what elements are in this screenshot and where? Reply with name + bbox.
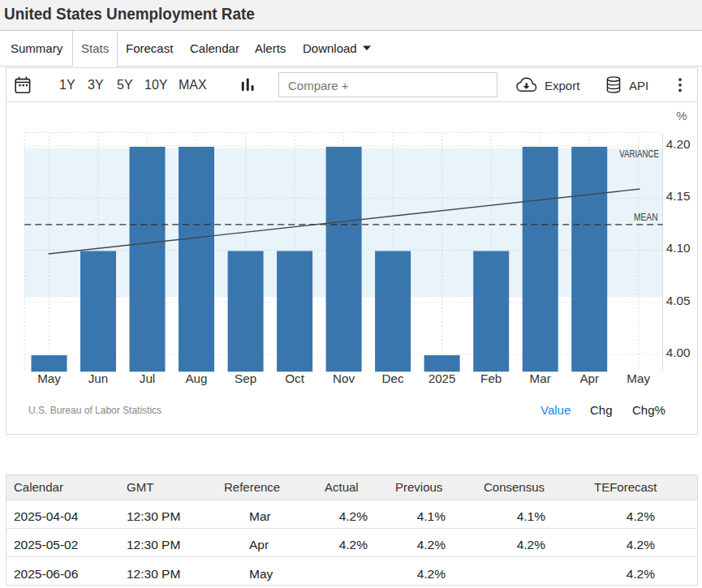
svg-text:4.05: 4.05 xyxy=(666,294,691,307)
svg-text:2025: 2025 xyxy=(429,371,456,385)
svg-text:MEAN: MEAN xyxy=(634,212,658,223)
svg-text:Feb: Feb xyxy=(480,371,502,385)
svg-text:VARIANCE: VARIANCE xyxy=(619,148,659,160)
svg-text:4.15: 4.15 xyxy=(666,189,691,203)
svg-text:May: May xyxy=(37,371,61,385)
svg-text:Sep: Sep xyxy=(235,371,256,385)
svg-text:4.10: 4.10 xyxy=(666,241,691,255)
svg-text:May: May xyxy=(627,371,650,385)
svg-text:Jun: Jun xyxy=(88,371,109,385)
svg-text:Apr: Apr xyxy=(579,371,599,385)
svg-text:Mar: Mar xyxy=(530,371,551,385)
svg-text:4.20: 4.20 xyxy=(666,137,691,151)
svg-text:%: % xyxy=(676,109,687,122)
svg-text:Aug: Aug xyxy=(185,371,207,385)
svg-text:Jul: Jul xyxy=(140,371,155,385)
svg-text:Nov: Nov xyxy=(333,371,355,385)
svg-text:4.00: 4.00 xyxy=(666,346,691,359)
svg-text:Dec: Dec xyxy=(382,371,404,385)
svg-text:Oct: Oct xyxy=(285,371,304,385)
